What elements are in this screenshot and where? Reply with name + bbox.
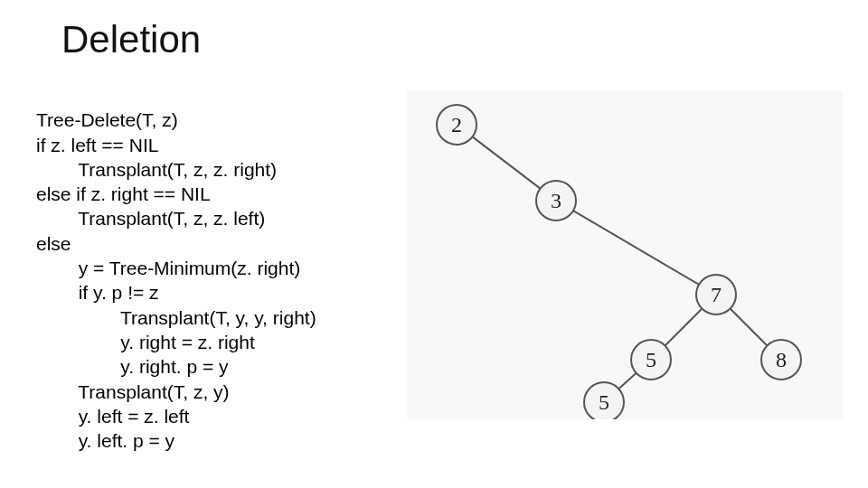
code-line: y. right. p = y <box>36 356 229 377</box>
tree-node-label: 7 <box>711 283 722 306</box>
code-line: Transplant(T, y, y, right) <box>36 307 316 328</box>
code-line: if y. p != z <box>36 282 159 303</box>
tree-node-label: 5 <box>646 348 656 371</box>
tree-node-label: 2 <box>451 113 462 136</box>
code-line: Transplant(T, z, z. right) <box>36 159 277 180</box>
code-line: Transplant(T, z, z. left) <box>36 208 265 229</box>
code-line: else if z. right == NIL <box>36 183 211 204</box>
tree-edge <box>731 309 768 346</box>
code-line: y. left. p = y <box>36 430 175 451</box>
pseudocode-block: Tree-Delete(T, z) if z. left == NIL Tran… <box>36 83 316 453</box>
tree-edge <box>618 373 636 389</box>
code-line: Transplant(T, z, y) <box>36 381 230 402</box>
code-line: y = Tree-Minimum(z. right) <box>36 258 300 278</box>
slide-title: Deletion <box>61 18 201 61</box>
tree-node-label: 8 <box>776 348 787 371</box>
tree-diagram: 237585 <box>407 90 843 419</box>
tree-node-label: 3 <box>551 189 561 212</box>
code-line: if z. left == NIL <box>36 135 158 155</box>
code-line: y. right = z. right <box>36 332 255 352</box>
slide: Deletion Tree-Delete(T, z) if z. left ==… <box>0 0 868 488</box>
tree-edge <box>665 309 703 346</box>
tree-edge <box>472 136 540 188</box>
tree-node-label: 5 <box>599 390 609 414</box>
code-line: Tree-Delete(T, z) <box>36 109 178 130</box>
code-line: else <box>36 233 71 254</box>
code-line: y. left = z. left <box>36 406 189 427</box>
tree-edge <box>573 211 699 285</box>
